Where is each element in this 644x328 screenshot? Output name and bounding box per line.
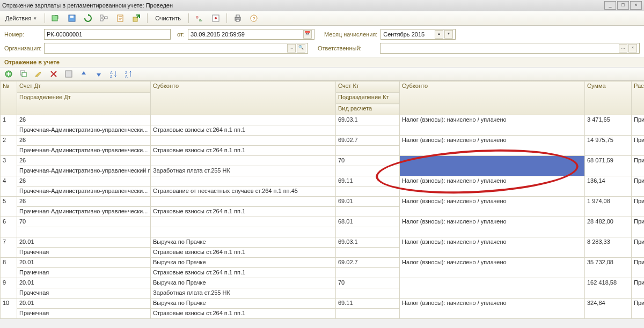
cell-sub1[interactable]: Страховые взносы ст.264 п.1 пп.1 bbox=[151, 125, 336, 136]
cell-sub1a[interactable]: Выручка по Прачке bbox=[151, 258, 336, 268]
cell-sub2[interactable]: Налог (взносы): начислено / уплачено bbox=[400, 237, 585, 258]
cell-dt-sub[interactable]: Прачечная-Административно-управленчески.… bbox=[17, 146, 151, 156]
cell-dt[interactable]: 20.01 bbox=[17, 278, 151, 288]
cell-exp[interactable]: Принимают bbox=[632, 217, 645, 237]
cell-dt-sub[interactable]: Прачечная bbox=[17, 288, 151, 299]
cell-kt-sub[interactable] bbox=[336, 227, 400, 237]
copy-row-icon[interactable] bbox=[17, 69, 30, 79]
table-row[interactable]: 42669.11Налог (взносы): начислено / упла… bbox=[1, 176, 645, 187]
cell-sub1[interactable]: Страховые взносы ст.264 п.1 пп.1 bbox=[151, 146, 336, 156]
cell-dt[interactable]: 20.01 bbox=[17, 299, 151, 309]
cell-sum[interactable]: 136,14 bbox=[585, 176, 632, 197]
number-input[interactable]: РК-00000001 bbox=[44, 29, 171, 40]
cell-sub1a[interactable]: Выручка по Прачке bbox=[151, 237, 336, 248]
cell-sub1a[interactable] bbox=[151, 115, 336, 125]
table-row[interactable]: 12669.03.1Налог (взносы): начислено / уп… bbox=[1, 115, 645, 125]
export-icon[interactable] bbox=[130, 13, 143, 24]
cell-dt[interactable]: 26 bbox=[17, 156, 151, 166]
cell-kt-sub[interactable] bbox=[336, 207, 400, 217]
cell-sub2[interactable]: Налог (взносы): начислено / уплачено bbox=[400, 115, 585, 136]
cell-sub1a[interactable] bbox=[151, 197, 336, 207]
cell-dt[interactable]: 20.01 bbox=[17, 258, 151, 268]
col-sum[interactable]: Сумма bbox=[585, 81, 632, 115]
move-up-icon[interactable] bbox=[77, 69, 90, 79]
cell-dt-sub[interactable] bbox=[17, 227, 151, 237]
table-row[interactable]: 820.01Выручка по Прачке69.02.7Налог (взн… bbox=[1, 258, 645, 268]
table-row[interactable]: 67068.01Налог (взносы): начислено / упла… bbox=[1, 217, 645, 227]
cell-sub2[interactable]: Налог (взносы): начислено / уплачено bbox=[400, 176, 585, 197]
delete-row-icon[interactable] bbox=[47, 69, 60, 79]
spinner-up-icon[interactable]: ▴ bbox=[435, 30, 443, 39]
col-kt[interactable]: Счет Кт bbox=[336, 81, 400, 93]
col-kt-sub[interactable]: Подразделение Кт bbox=[336, 93, 400, 104]
cell-sub1[interactable] bbox=[151, 227, 336, 237]
cell-exp[interactable]: Принимают bbox=[632, 136, 645, 156]
cell-sub1[interactable]: Страховые взносы ст.264 п.1 пп.1 bbox=[151, 268, 336, 278]
cell-exp[interactable]: Принимают bbox=[632, 176, 645, 197]
cell-kt-sub[interactable] bbox=[336, 268, 400, 278]
col-n[interactable]: № bbox=[1, 81, 17, 115]
report-icon[interactable] bbox=[114, 13, 127, 24]
move-down-icon[interactable] bbox=[92, 69, 105, 79]
cell-kt-sub[interactable] bbox=[336, 146, 400, 156]
cell-dt[interactable]: 26 bbox=[17, 176, 151, 187]
cell-sum[interactable]: 8 283,33 bbox=[585, 237, 632, 258]
cell-sum[interactable]: 68 071,59 bbox=[585, 156, 632, 176]
cell-dt[interactable]: 70 bbox=[17, 217, 151, 227]
clear-button[interactable]: Очистить bbox=[152, 13, 184, 24]
settings-icon[interactable] bbox=[209, 13, 222, 24]
save-icon[interactable] bbox=[65, 13, 78, 24]
cell-sub1a[interactable]: Выручка по Прачке bbox=[151, 299, 336, 309]
cell-exp[interactable]: Принимают bbox=[632, 258, 645, 278]
print-icon[interactable] bbox=[231, 13, 244, 24]
cell-dt-sub[interactable]: Прачечная bbox=[17, 309, 151, 319]
cell-dt[interactable]: 26 bbox=[17, 197, 151, 207]
cell-kt-sub[interactable] bbox=[336, 248, 400, 258]
table-row[interactable]: 1020.01Выручка по Прачке69.11Налог (взно… bbox=[1, 299, 645, 309]
cell-sum[interactable]: 3 471,65 bbox=[585, 115, 632, 136]
cell-kt-sub[interactable] bbox=[336, 309, 400, 319]
col-dt[interactable]: Счет Дт bbox=[17, 81, 151, 93]
table-row[interactable]: 920.01Выручка по Прачке70162 418,58Прини… bbox=[1, 278, 645, 288]
finish-edit-icon[interactable] bbox=[62, 69, 75, 79]
table-row[interactable]: 720.01Выручка по Прачке69.03.1Налог (взн… bbox=[1, 237, 645, 248]
col-sub2[interactable]: Субконто bbox=[400, 81, 585, 115]
cell-sub1a[interactable]: Выручка по Прачке bbox=[151, 278, 336, 288]
maximize-button[interactable]: □ bbox=[617, 1, 629, 10]
refresh-icon[interactable] bbox=[82, 13, 94, 24]
cell-exp[interactable]: Принимают bbox=[632, 197, 645, 217]
cell-kt-sub[interactable] bbox=[336, 166, 400, 176]
clear-icon[interactable]: × bbox=[628, 44, 637, 53]
cell-sum[interactable]: 162 418,58 bbox=[585, 278, 632, 299]
cell-sub2[interactable] bbox=[400, 156, 585, 176]
month-input[interactable]: Сентябрь 2015 ▴▾ bbox=[380, 29, 456, 40]
cell-sub2[interactable] bbox=[400, 278, 585, 299]
cell-kt[interactable]: 69.02.7 bbox=[336, 136, 400, 146]
close-button[interactable]: × bbox=[630, 1, 642, 10]
cell-dt-sub[interactable]: Прачечная-Административно-управленчески.… bbox=[17, 187, 151, 197]
cell-dt[interactable]: 26 bbox=[17, 115, 151, 125]
cell-sub1[interactable]: Страховые взносы ст.264 п.1 пп.1 bbox=[151, 248, 336, 258]
cell-kt[interactable]: 70 bbox=[336, 278, 400, 288]
sort-asc-icon[interactable]: AZ bbox=[107, 69, 120, 79]
struct-icon[interactable] bbox=[98, 13, 111, 24]
cell-sub1[interactable]: Заработная плата ст.255 НК bbox=[151, 288, 336, 299]
cell-kt[interactable]: 69.01 bbox=[336, 197, 400, 207]
search-icon[interactable]: 🔍 bbox=[297, 44, 305, 53]
cell-kt[interactable]: 70 bbox=[336, 156, 400, 166]
cell-dt-sub[interactable]: Прачечная-Административно-управленческий… bbox=[17, 166, 151, 176]
cell-sub1a[interactable] bbox=[151, 136, 336, 146]
cell-sum[interactable]: 14 975,75 bbox=[585, 136, 632, 156]
cell-dt-sub[interactable]: Прачечная bbox=[17, 268, 151, 278]
minimize-button[interactable]: _ bbox=[604, 1, 616, 10]
cell-kt-sub[interactable] bbox=[336, 125, 400, 136]
org-input[interactable]: …🔍 bbox=[44, 43, 308, 54]
help-icon[interactable]: ? bbox=[247, 13, 260, 24]
cell-dt-sub[interactable]: Прачечная-Административно-управленчески.… bbox=[17, 207, 151, 217]
cell-kt[interactable]: 69.11 bbox=[336, 176, 400, 187]
cell-sub2[interactable]: Налог (взносы): начислено / уплачено bbox=[400, 217, 585, 237]
spinner-down-icon[interactable]: ▾ bbox=[444, 30, 453, 39]
dtkt-icon[interactable]: ДтКт bbox=[193, 13, 206, 24]
cell-kt[interactable]: 69.02.7 bbox=[336, 258, 400, 268]
sort-desc-icon[interactable]: ZA bbox=[122, 69, 135, 79]
